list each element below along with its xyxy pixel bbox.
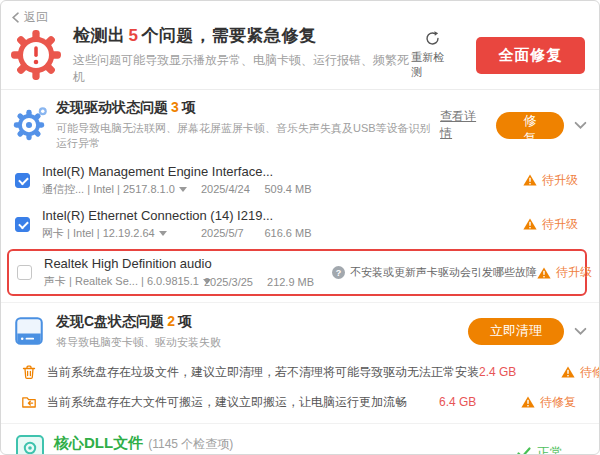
- status-label: 待修复: [580, 364, 600, 381]
- driver-meta: 声卡 | Realtek Se... | 6.0.9815.1: [44, 274, 199, 289]
- driver-details: 通信控... | Intel | 2517.8.1.0 2025/4/24 50…: [42, 182, 330, 197]
- back-label: 返回: [24, 9, 48, 26]
- driver-collapse-chevron[interactable]: [574, 121, 587, 130]
- driver-version-dropdown[interactable]: 通信控... | Intel | 2517.8.1.0: [42, 182, 201, 197]
- gear-blue-icon: [10, 106, 48, 144]
- disk-section: 发现C盘状态问题2项 将导致电脑变卡顿、驱动安装失败 立即清理: [1, 302, 599, 423]
- driver-section-text: 发现驱动状态问题3项 可能导致电脑无法联网、屏幕花屏蓝屏卡顿、音乐失声失真及US…: [56, 99, 440, 151]
- summary-title: 检测出5个问题，需要紧急修复: [73, 24, 411, 47]
- driver-row-intel-ethernet: Intel(R) Ethernet Connection (14) I219..…: [15, 202, 589, 246]
- driver-section-header: 发现驱动状态问题3项 可能导致电脑无法联网、屏幕花屏蓝屏卡顿、音乐失声失真及US…: [1, 90, 599, 158]
- dll-section-text: 核心DLL文件(1145 个检查项) DLL动态库异常或缺失将导致软件/游戏异常: [54, 434, 264, 455]
- driver-name: Intel(R) Ethernet Connection (14) I219..…: [42, 208, 330, 223]
- driver-checkbox[interactable]: [15, 217, 30, 232]
- driver-row-realtek-audio: Realtek High Definition audio 声卡 | Realt…: [17, 251, 600, 294]
- title-suffix: 个问题，需要紧急修复: [141, 26, 316, 45]
- driver-rows: Intel(R) Management Engine Interface... …: [1, 158, 599, 302]
- disk-collapse-chevron[interactable]: [574, 327, 587, 336]
- disk-title-prefix: 发现C盘状态问题: [56, 313, 164, 329]
- status-label: 待升级: [542, 172, 578, 189]
- clean-now-button[interactable]: 立即清理: [468, 318, 564, 345]
- driver-date: 2025/3/25: [204, 276, 267, 288]
- driver-info: Realtek High Definition audio 声卡 | Realt…: [44, 256, 332, 289]
- trash-icon: [21, 364, 37, 380]
- driver-info: Intel(R) Ethernet Connection (14) I219..…: [42, 208, 330, 241]
- disk-status: 待修复: [561, 364, 600, 381]
- fix-all-button[interactable]: 全面修复: [476, 37, 585, 74]
- chevron-left-icon: [11, 12, 20, 23]
- disk-issue-text: 当前系统盘存在大文件可搬运，建议立即搬运，让电脑运行更加流畅: [47, 394, 407, 411]
- driver-meta: 通信控... | Intel | 2517.8.1.0: [42, 182, 175, 197]
- driver-status: 待升级: [523, 216, 589, 233]
- driver-date: 2025/4/24: [201, 183, 265, 195]
- driver-issue-count: 3: [171, 99, 179, 115]
- disk-issue-count: 2: [167, 313, 175, 329]
- driver-size: 509.4 MB: [264, 183, 330, 195]
- status-label: 待修复: [540, 394, 576, 411]
- fix-drivers-button[interactable]: 修复: [496, 112, 564, 139]
- dll-title: 核心DLL文件: [54, 434, 143, 451]
- caret-down-icon: [159, 231, 167, 236]
- recheck-button[interactable]: 重新检测: [411, 30, 454, 80]
- dll-check-count: (1145 个检查项): [148, 437, 233, 451]
- title-prefix: 检测出: [73, 26, 126, 45]
- driver-version-dropdown[interactable]: 网卡 | Intel | 12.19.2.64: [42, 226, 201, 241]
- driver-size: 212.9 MB: [267, 276, 332, 288]
- driver-title-prefix: 发现驱动状态问题: [56, 99, 168, 115]
- driver-status: 待升级: [537, 264, 600, 281]
- disk-rows: 当前系统盘存在垃圾文件，建议立即清理，若不清理将可能导致驱动无法正常安装 2.4…: [1, 357, 599, 423]
- driver-section-title: 发现驱动状态问题3项: [56, 99, 440, 117]
- status-label: 正常: [537, 444, 563, 455]
- disk-issue-text: 当前系统盘存在垃圾文件，建议立即清理，若不清理将可能导致驱动无法正常安装: [47, 364, 479, 381]
- driver-size: 616.6 MB: [264, 227, 330, 239]
- driver-date: 2025/5/7: [201, 227, 265, 239]
- driver-checkbox[interactable]: [15, 173, 30, 188]
- driver-section: 发现驱动状态问题3项 可能导致电脑无法联网、屏幕花屏蓝屏卡顿、音乐失声失真及US…: [1, 90, 599, 302]
- driver-name: Intel(R) Management Engine Interface...: [42, 164, 330, 179]
- driver-details: 声卡 | Realtek Se... | 6.0.9815.1 2025/3/2…: [44, 274, 332, 289]
- recheck-label: 重新检测: [411, 50, 454, 80]
- caret-down-icon: [179, 187, 187, 192]
- driver-section-subtitle: 可能导致电脑无法联网、屏幕花屏蓝屏卡顿、音乐失声失真及USB等设备识别运行异常: [56, 121, 440, 151]
- warning-triangle-icon: [523, 218, 537, 230]
- status-label: 待升级: [542, 216, 578, 233]
- alert-gear-icon: [9, 28, 63, 82]
- hard-drive-icon: [12, 314, 46, 348]
- highlighted-driver-box: Realtek High Definition audio 声卡 | Realt…: [7, 249, 587, 296]
- refresh-icon: [424, 30, 441, 47]
- disk-section-text: 发现C盘状态问题2项 将导致电脑变卡顿、驱动安装失败: [56, 313, 221, 350]
- disk-issue-size: 6.4 GB: [439, 395, 495, 409]
- driver-hint: 不安装或更新声卡驱动会引发哪些故障: [332, 265, 537, 280]
- disk-row-junk-files: 当前系统盘存在垃圾文件，建议立即清理，若不清理将可能导致驱动无法正常安装 2.4…: [1, 357, 599, 387]
- check-icon: [517, 447, 531, 455]
- driver-name: Realtek High Definition audio: [44, 256, 332, 271]
- issue-count: 5: [129, 26, 139, 45]
- driver-checkbox[interactable]: [17, 265, 32, 280]
- question-icon[interactable]: [332, 266, 345, 279]
- disk-section-header: 发现C盘状态问题2项 将导致电脑变卡顿、驱动安装失败 立即清理: [1, 303, 599, 357]
- hint-text: 不安装或更新声卡驱动会引发哪些故障: [350, 265, 537, 280]
- summary-subtitle: 这些问题可能导致显示播放异常、电脑卡顿、运行报错、频繁死机: [73, 52, 411, 86]
- driver-scan-window: 返回 检测出5个问题，需要紧急修复 这些问题可能导致显示播放异常、电脑卡顿、运行…: [0, 0, 600, 455]
- disk-section-subtitle: 将导致电脑变卡顿、驱动安装失败: [56, 335, 221, 350]
- scan-summary-header: 检测出5个问题，需要紧急修复 这些问题可能导致显示播放异常、电脑卡顿、运行报错、…: [1, 27, 599, 89]
- warning-triangle-icon: [537, 267, 551, 279]
- warning-triangle-icon: [523, 174, 537, 186]
- disk-section-title: 发现C盘状态问题2项: [56, 313, 221, 331]
- driver-meta: 网卡 | Intel | 12.19.2.64: [42, 226, 155, 241]
- driver-details: 网卡 | Intel | 12.19.2.64 2025/5/7 616.6 M…: [42, 226, 330, 241]
- dll-section-header: DLL 核心DLL文件(1145 个检查项) DLL动态库异常或缺失将导致软件/…: [1, 424, 599, 455]
- driver-title-suffix: 项: [182, 99, 196, 115]
- status-label: 待升级: [556, 264, 592, 281]
- warning-triangle-icon: [561, 366, 575, 378]
- dll-section-title: 核心DLL文件(1145 个检查项): [54, 434, 264, 453]
- chevron-down-icon: [574, 121, 587, 130]
- folder-move-icon: [21, 394, 37, 410]
- view-details-link[interactable]: 查看详情: [440, 108, 484, 142]
- dll-section: DLL 核心DLL文件(1145 个检查项) DLL动态库异常或缺失将导致软件/…: [1, 423, 599, 455]
- driver-info: Intel(R) Management Engine Interface... …: [42, 164, 330, 197]
- back-button[interactable]: 返回: [11, 9, 48, 26]
- disk-title-suffix: 项: [178, 313, 192, 329]
- driver-version-dropdown[interactable]: 声卡 | Realtek Se... | 6.0.9815.1: [44, 274, 204, 289]
- dll-file-icon: DLL: [10, 433, 46, 455]
